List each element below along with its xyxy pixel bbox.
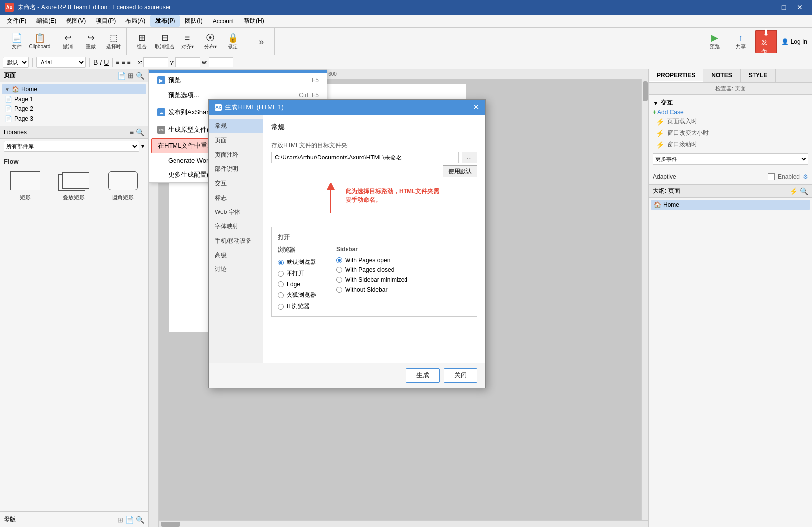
tab-notes[interactable]: NOTES bbox=[703, 69, 740, 82]
masters-search-icon[interactable]: 🔍 bbox=[136, 516, 144, 524]
nav-logo[interactable]: 标志 bbox=[209, 191, 263, 205]
redo-button[interactable]: ↪ 重做 bbox=[80, 30, 102, 53]
menu-help[interactable]: 帮助(H) bbox=[239, 15, 269, 27]
tree-home[interactable]: ▼ 🏠 Home bbox=[2, 84, 146, 94]
maximize-button[interactable]: □ bbox=[776, 0, 791, 15]
group-button[interactable]: ⊞ 组合 bbox=[131, 30, 153, 53]
add-case-link[interactable]: + Add Case bbox=[653, 109, 808, 116]
close-button[interactable]: ✕ bbox=[792, 0, 807, 15]
lib-dropdown-icon[interactable]: ▾ bbox=[141, 143, 144, 150]
dialog-close-button[interactable]: 关闭 bbox=[444, 368, 477, 383]
h-scrollbar-thumb[interactable] bbox=[161, 522, 180, 527]
nav-mobile[interactable]: 手机/移动设备 bbox=[209, 234, 263, 248]
lock-button[interactable]: 🔒 锁定 bbox=[222, 30, 244, 53]
outline-home[interactable]: 🏠 Home bbox=[651, 200, 810, 210]
masters-add-icon[interactable]: 📄 bbox=[125, 516, 134, 524]
dropdown-preview[interactable]: ▶ 预览 F5 bbox=[149, 73, 327, 88]
new-button[interactable]: 📄 文件 bbox=[6, 30, 28, 53]
nav-pages[interactable]: 页面 bbox=[209, 133, 263, 148]
nav-page-notes[interactable]: 页面注释 bbox=[209, 148, 263, 162]
flow-rect-item[interactable]: 矩形 bbox=[4, 169, 47, 201]
align-button[interactable]: ≡ 对齐▾ bbox=[176, 30, 198, 53]
nav-web-fonts[interactable]: Web 字体 bbox=[209, 205, 263, 219]
nav-font-map[interactable]: 字体映射 bbox=[209, 219, 263, 234]
radio-no-open[interactable]: 不打开 bbox=[278, 269, 316, 278]
radio-edge[interactable]: Edge bbox=[278, 281, 316, 288]
nav-widget-notes[interactable]: 部件说明 bbox=[209, 162, 263, 176]
v-scrollbar-thumb[interactable] bbox=[643, 81, 648, 101]
bold-button[interactable]: B bbox=[93, 58, 98, 66]
italic-button[interactable]: I bbox=[100, 58, 102, 66]
ungroup-button[interactable]: ⊟ 取消组合 bbox=[154, 30, 175, 53]
radio-ie[interactable]: IE浏览器 bbox=[278, 302, 316, 311]
adaptive-checkbox[interactable] bbox=[768, 173, 775, 180]
undo-button[interactable]: ↩ 撤消 bbox=[57, 30, 79, 53]
pages-add-icon[interactable]: 📄 bbox=[117, 72, 126, 80]
menu-edit[interactable]: 编辑(E) bbox=[31, 15, 61, 27]
nav-general[interactable]: 常规 bbox=[209, 119, 263, 133]
minimize-button[interactable]: — bbox=[760, 0, 775, 15]
style-select[interactable]: 默认 bbox=[3, 57, 29, 68]
font-select[interactable]: Arial bbox=[36, 57, 86, 68]
menu-layout[interactable]: 布局(A) bbox=[120, 15, 150, 27]
tab-style[interactable]: STYLE bbox=[741, 69, 776, 82]
flow-rounded-item[interactable]: 圆角矩形 bbox=[102, 169, 144, 201]
align-left-icon[interactable]: ≡ bbox=[116, 59, 119, 66]
h-scrollbar[interactable] bbox=[159, 520, 648, 527]
radio-pages-open[interactable]: With Pages open bbox=[336, 257, 407, 264]
nav-interactions[interactable]: 交互 bbox=[209, 176, 263, 191]
x-input[interactable] bbox=[143, 57, 168, 67]
masters-nav-icon[interactable]: ⊞ bbox=[117, 516, 123, 524]
menu-project[interactable]: 项目(P) bbox=[91, 15, 120, 27]
flow-stack-item[interactable]: 叠放矩形 bbox=[53, 169, 95, 201]
menu-publish[interactable]: 发布(P) bbox=[150, 15, 180, 27]
tree-page3[interactable]: 📄 Page 3 bbox=[2, 114, 146, 124]
align-right-icon[interactable]: ≡ bbox=[127, 59, 130, 66]
lib-search-icon[interactable]: 🔍 bbox=[136, 128, 144, 136]
underline-button[interactable]: U bbox=[104, 58, 109, 66]
radio-default-browser[interactable]: 默认浏览器 bbox=[278, 258, 316, 266]
menu-file[interactable]: 文件(F) bbox=[2, 15, 31, 27]
publish-toolbar-button[interactable]: ⬇ 发布 bbox=[755, 30, 777, 53]
dialog-close-x[interactable]: ✕ bbox=[473, 103, 479, 112]
preview-toolbar-button[interactable]: ▶ 预览 bbox=[704, 30, 726, 53]
radio-no-sidebar[interactable]: Without Sidebar bbox=[336, 286, 407, 293]
generate-button[interactable]: 生成 bbox=[406, 368, 440, 383]
browse-button[interactable]: ... bbox=[462, 152, 477, 163]
radio-sidebar-minimized[interactable]: With Sidebar minimized bbox=[336, 276, 407, 283]
pages-search-icon[interactable]: 🔍 bbox=[136, 72, 144, 80]
outline-search-icon[interactable]: 🔍 bbox=[800, 187, 808, 195]
share-toolbar-button[interactable]: ↑ 共享 bbox=[730, 30, 752, 53]
tree-page2[interactable]: 📄 Page 2 bbox=[2, 104, 146, 114]
menu-team[interactable]: 团队(I) bbox=[180, 15, 207, 27]
lib-menu-icon[interactable]: ≡ bbox=[130, 128, 134, 136]
tab-properties[interactable]: PROPERTIES bbox=[649, 69, 703, 82]
more-button[interactable]: » bbox=[250, 30, 272, 53]
menu-account[interactable]: Account bbox=[208, 16, 239, 26]
lib-select[interactable]: 所有部件库 bbox=[4, 141, 139, 152]
use-default-button[interactable]: 使用默认 bbox=[443, 165, 477, 177]
radio-firefox[interactable]: 火狐浏览器 bbox=[278, 291, 316, 299]
w-input[interactable] bbox=[209, 57, 233, 67]
align-center-icon[interactable]: ≡ bbox=[121, 59, 125, 66]
flow-stack-label: 叠放矩形 bbox=[63, 194, 85, 201]
nav-discussion[interactable]: 讨论 bbox=[209, 263, 263, 277]
y-input[interactable] bbox=[175, 57, 200, 67]
nav-advanced[interactable]: 高级 bbox=[209, 248, 263, 263]
folder-path-input[interactable] bbox=[271, 152, 459, 163]
tree-page1[interactable]: 📄 Page 1 bbox=[2, 94, 146, 104]
adaptive-settings-icon[interactable]: ⚙ bbox=[803, 173, 808, 180]
distribute-button[interactable]: ⦿ 分布▾ bbox=[199, 30, 221, 53]
more-events-select[interactable]: 更多事件 bbox=[653, 153, 808, 165]
clipboard-button[interactable]: 📋 Clipboard bbox=[29, 30, 51, 53]
select-button[interactable]: ⬚ 选择时 bbox=[103, 30, 124, 53]
event-window-resize[interactable]: ⚡ 窗口改变大小时 bbox=[653, 127, 808, 139]
event-page-load[interactable]: ⚡ 页面载入时 bbox=[653, 116, 808, 127]
v-scrollbar[interactable] bbox=[641, 79, 648, 520]
menu-view[interactable]: 视图(V) bbox=[61, 15, 91, 27]
pages-expand-icon[interactable]: ⊞ bbox=[128, 72, 134, 80]
radio-pages-closed[interactable]: With Pages closed bbox=[336, 266, 407, 273]
event-window-scroll[interactable]: ⚡ 窗口滚动时 bbox=[653, 139, 808, 150]
login-button[interactable]: 👤 Log In bbox=[781, 38, 807, 45]
outline-filter-icon[interactable]: ⚡ bbox=[789, 187, 798, 195]
